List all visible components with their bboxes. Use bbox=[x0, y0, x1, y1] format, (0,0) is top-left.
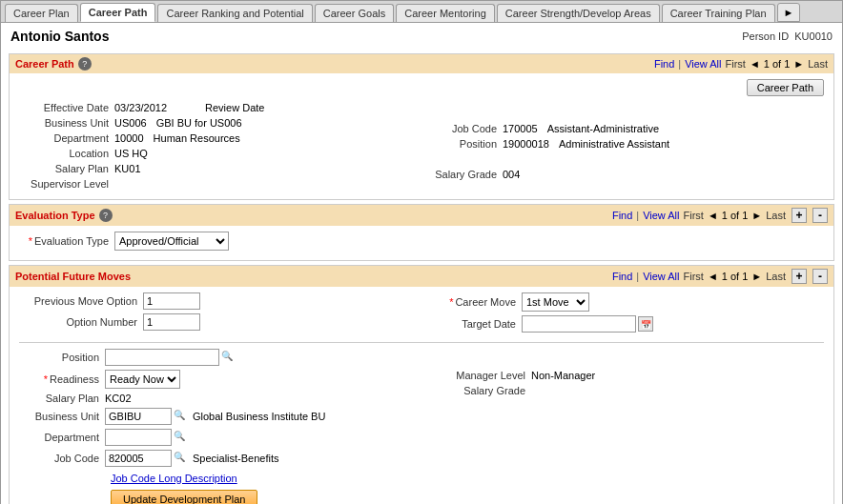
career-path-button[interactable]: Career Path bbox=[747, 79, 824, 96]
tab-career-goals[interactable]: Career Goals bbox=[315, 4, 394, 22]
career-path-find-link[interactable]: Find bbox=[654, 58, 674, 70]
business-unit-desc: GBI BU for US006 bbox=[156, 117, 242, 129]
business-unit-value: US006 bbox=[114, 117, 147, 129]
department-search-icon[interactable] bbox=[174, 430, 189, 445]
department-value: 10000 bbox=[114, 132, 144, 144]
salary-plan-value: KC02 bbox=[105, 393, 132, 404]
career-path-prev-icon[interactable]: ◄ bbox=[750, 58, 760, 70]
readiness-select[interactable]: Ready Now 1-2 Years 3-5 Years bbox=[105, 370, 180, 389]
position-search-icon[interactable] bbox=[221, 350, 236, 365]
career-path-content: Career Path Effective Date 03/23/2012 Re… bbox=[10, 73, 833, 199]
manager-level-value: Non-Manager bbox=[531, 370, 595, 381]
eval-page-info: 1 of 1 bbox=[722, 210, 749, 221]
position-label: Position bbox=[426, 138, 503, 150]
option-number-label: Option Number bbox=[19, 316, 143, 328]
potential-moves-content: Previous Move Option Option Number Caree… bbox=[10, 287, 833, 504]
update-development-plan-button[interactable]: Update Development Plan bbox=[111, 490, 257, 504]
target-date-input[interactable] bbox=[522, 315, 636, 333]
job-code-label: Job Code bbox=[426, 123, 503, 134]
prev-move-input[interactable] bbox=[143, 292, 200, 310]
effective-date-label: Effective Date bbox=[19, 102, 114, 113]
job-code-desc: Specialist-Benefits bbox=[193, 453, 279, 464]
evaluation-type-title: Evaluation Type bbox=[15, 210, 95, 221]
moves-next-icon[interactable]: ► bbox=[751, 271, 762, 282]
moves-page-info: 1 of 1 bbox=[722, 271, 749, 282]
readiness-left: Readiness Ready Now 1-2 Years 3-5 Years … bbox=[19, 370, 417, 504]
business-unit-search-icon[interactable] bbox=[174, 409, 189, 424]
career-path-help-icon[interactable]: ? bbox=[78, 57, 92, 71]
eval-view-all-link[interactable]: View All bbox=[643, 210, 679, 221]
position-row: Position 19000018 Administrative Assista… bbox=[426, 138, 824, 150]
eval-prev-icon[interactable]: ◄ bbox=[708, 210, 718, 221]
main-container: Career Plan Career Path Career Ranking a… bbox=[0, 0, 843, 504]
moves-prev-icon[interactable]: ◄ bbox=[708, 271, 718, 282]
tab-more-button[interactable]: ► bbox=[777, 3, 801, 22]
job-code-label: Job Code bbox=[19, 453, 105, 464]
eval-type-row: Evaluation Type Approved/Official Pendin… bbox=[19, 232, 824, 251]
salary-grade-label: Salary Grade bbox=[426, 169, 503, 180]
review-date-label: Review Date bbox=[205, 102, 264, 113]
moves-find-link[interactable]: Find bbox=[612, 271, 632, 282]
tab-career-mentoring[interactable]: Career Mentoring bbox=[396, 4, 495, 22]
potential-moves-section: Potential Future Moves Find | View All F… bbox=[9, 265, 834, 504]
business-unit-label: Business Unit bbox=[19, 117, 114, 129]
career-path-title: Career Path bbox=[15, 58, 74, 70]
career-move-select[interactable]: 1st Move 2nd Move 3rd Move bbox=[522, 292, 589, 312]
evaluation-type-section: Evaluation Type ? Find | View All First … bbox=[9, 204, 834, 261]
potential-moves-nav: Find | View All First ◄ 1 of 1 ► Last + … bbox=[612, 269, 828, 284]
salary-plan-label: Salary Plan bbox=[19, 163, 114, 174]
position-value: 19000018 bbox=[503, 138, 549, 150]
career-move-row: Career Move 1st Move 2nd Move 3rd Move bbox=[426, 292, 824, 312]
tab-career-training[interactable]: Career Training Plan bbox=[662, 4, 775, 22]
job-code-row: Job Code 170005 Assistant-Administrative bbox=[426, 123, 824, 134]
position-search-row: Position bbox=[19, 349, 824, 366]
tab-career-strength[interactable]: Career Strength/Develop Areas bbox=[497, 4, 660, 22]
career-path-section: Career Path ? Find | View All First ◄ 1 … bbox=[9, 53, 834, 200]
location-row: Location US HQ bbox=[19, 148, 417, 159]
calendar-icon[interactable]: 📅 bbox=[638, 316, 653, 332]
job-code-search-icon[interactable] bbox=[174, 451, 189, 466]
eval-find-link[interactable]: Find bbox=[612, 210, 632, 221]
moves-add-button[interactable]: + bbox=[792, 269, 807, 284]
eval-next-icon[interactable]: ► bbox=[751, 210, 762, 221]
salary-plan-label: Salary Plan bbox=[19, 393, 105, 404]
business-unit-row: Business Unit US006 GBI BU for US006 bbox=[19, 117, 417, 129]
potential-moves-fields: Previous Move Option Option Number Caree… bbox=[19, 292, 824, 336]
career-path-nav: Find | View All First ◄ 1 of 1 ► Last bbox=[654, 58, 828, 70]
job-code-input[interactable] bbox=[105, 450, 172, 467]
tab-career-path[interactable]: Career Path bbox=[80, 3, 156, 22]
job-code-long-desc-link[interactable]: Job Code Long Description bbox=[111, 473, 237, 484]
business-unit-desc: Global Business Institute BU bbox=[193, 411, 325, 422]
salary-grade-value: 004 bbox=[503, 169, 520, 180]
readiness-row-container: Readiness Ready Now 1-2 Years 3-5 Years … bbox=[19, 370, 824, 504]
moves-remove-button[interactable]: - bbox=[812, 269, 828, 284]
career-path-page-info: 1 of 1 bbox=[764, 58, 791, 70]
manager-level-label: Manager Level bbox=[426, 370, 531, 381]
tab-career-ranking[interactable]: Career Ranking and Potential bbox=[157, 4, 312, 22]
divider-1 bbox=[19, 342, 824, 343]
evaluation-type-help-icon[interactable]: ? bbox=[99, 209, 113, 222]
career-path-fields: Effective Date 03/23/2012 Review Date Bu… bbox=[19, 102, 824, 193]
tab-career-plan[interactable]: Career Plan bbox=[5, 4, 78, 22]
career-path-view-all-link[interactable]: View All bbox=[685, 58, 721, 70]
job-code-desc: Assistant-Administrative bbox=[547, 123, 659, 134]
salary-plan-row: Salary Plan KU01 bbox=[19, 163, 417, 174]
prev-move-row: Previous Move Option bbox=[19, 292, 417, 310]
position-input[interactable] bbox=[105, 349, 219, 366]
career-path-next-icon[interactable]: ► bbox=[793, 58, 804, 70]
moves-right-col: Career Move 1st Move 2nd Move 3rd Move T… bbox=[426, 292, 824, 336]
eval-add-button[interactable]: + bbox=[792, 208, 807, 223]
salary-grade-row: Salary Grade 004 bbox=[426, 169, 824, 180]
option-number-input[interactable] bbox=[143, 313, 200, 331]
eval-type-select[interactable]: Approved/Official Pending/Proposed bbox=[114, 232, 229, 251]
supervisor-level-row: Supervisor Level bbox=[19, 178, 417, 190]
location-value: US HQ bbox=[114, 148, 148, 159]
business-unit-input[interactable] bbox=[105, 408, 172, 425]
moves-view-all-link[interactable]: View All bbox=[643, 271, 679, 282]
potential-moves-title: Potential Future Moves bbox=[15, 271, 131, 282]
salary-plan-value: KU01 bbox=[114, 163, 141, 174]
eval-remove-button[interactable]: - bbox=[812, 208, 828, 223]
department-input[interactable] bbox=[105, 429, 172, 446]
target-date-row: Target Date 📅 bbox=[426, 315, 824, 333]
moves-left-col: Previous Move Option Option Number bbox=[19, 292, 417, 336]
